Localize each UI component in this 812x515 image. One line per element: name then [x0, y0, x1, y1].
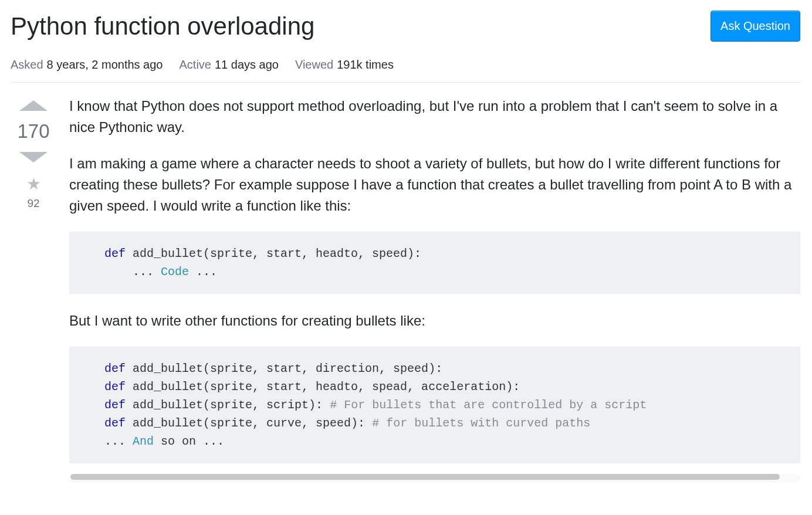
- question-meta: Asked8 years, 2 months ago Active11 days…: [11, 58, 800, 83]
- viewed-value: 191k times: [337, 58, 394, 71]
- upvote-button[interactable]: [19, 100, 48, 111]
- downvote-button[interactable]: [19, 152, 48, 162]
- active-meta: Active11 days ago: [179, 58, 278, 72]
- asked-meta: Asked8 years, 2 months ago: [11, 58, 163, 72]
- viewed-label: Viewed: [295, 58, 333, 71]
- paragraph: I know that Python does not support meth…: [69, 96, 800, 138]
- paragraph: But I want to write other functions for …: [69, 310, 800, 331]
- horizontal-scrollbar[interactable]: [69, 474, 800, 482]
- code-block: def add_bullet(sprite, start, headto, sp…: [69, 232, 800, 294]
- scrollbar-thumb[interactable]: [70, 474, 780, 480]
- question-body: I know that Python does not support meth…: [56, 96, 812, 482]
- active-value: 11 days ago: [215, 58, 279, 71]
- paragraph: I am making a game where a character nee…: [69, 153, 800, 216]
- question-title: Python function overloading: [11, 11, 314, 43]
- vote-score: 170: [17, 120, 49, 143]
- favorite-star-icon[interactable]: ★: [26, 174, 41, 194]
- code-block: def add_bullet(sprite, start, direction,…: [69, 347, 800, 463]
- ask-question-button[interactable]: Ask Question: [710, 11, 800, 42]
- vote-column: 170 ★ 92: [11, 96, 56, 482]
- asked-value: 8 years, 2 months ago: [47, 58, 163, 71]
- active-label: Active: [179, 58, 211, 71]
- asked-label: Asked: [11, 58, 43, 71]
- favorite-count: 92: [27, 197, 39, 210]
- viewed-meta: Viewed191k times: [295, 58, 394, 72]
